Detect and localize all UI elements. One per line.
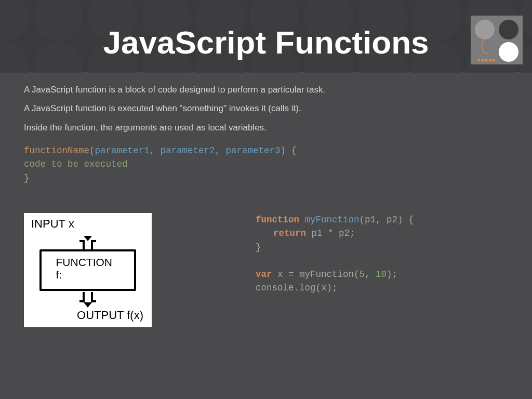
syntax-fn-name: functionName xyxy=(24,145,89,156)
syntax-template: functionName(parameter1, parameter2, par… xyxy=(24,144,516,185)
svg-point-5 xyxy=(482,59,484,62)
logo-icon xyxy=(471,16,523,64)
syntax-params: parameter1, parameter2, parameter3 xyxy=(95,145,281,156)
code-l4-mid: x = myFunction( xyxy=(272,269,360,280)
svg-point-4 xyxy=(478,59,481,62)
function-diagram: INPUT x FUNCTION f: OUTPUT f(x) xyxy=(24,213,152,327)
code-l1-rest: (p1, p2) { xyxy=(360,215,414,225)
paragraph-3: Inside the function, the arguments are u… xyxy=(24,121,516,135)
code-kw-function: function xyxy=(256,215,299,225)
svg-point-8 xyxy=(493,59,495,62)
code-example: function myFunction(p1, p2) { return p1 … xyxy=(256,213,414,295)
diagram-output-label: OUTPUT f(x) xyxy=(77,309,143,322)
code-l4-sep: , xyxy=(365,269,376,280)
content-area: A JavaScript function is a block of code… xyxy=(24,83,516,185)
syntax-body: code to be executed xyxy=(24,157,516,171)
code-l3: } xyxy=(256,242,261,252)
code-l2-rest: p1 * p2; xyxy=(306,228,355,238)
syntax-open-paren: ( xyxy=(89,145,95,156)
code-num-10: 10 xyxy=(376,269,387,280)
code-num-5: 5 xyxy=(360,269,365,280)
diagram-function-label: FUNCTION f: xyxy=(56,256,120,281)
code-kw-return: return xyxy=(273,228,306,238)
diagram-input-label: INPUT x xyxy=(31,217,74,231)
svg-point-6 xyxy=(485,59,488,62)
svg-point-7 xyxy=(489,59,491,62)
code-kw-var: var xyxy=(256,269,272,280)
code-console-log: console.log(x); xyxy=(256,283,338,293)
paragraph-1: A JavaScript function is a block of code… xyxy=(24,83,516,97)
code-l4-end: ); xyxy=(387,269,397,280)
svg-point-1 xyxy=(475,20,495,39)
syntax-close-paren-brace: ) { xyxy=(281,145,297,156)
page-title: JavaScript Functions xyxy=(0,24,532,61)
svg-point-2 xyxy=(499,20,518,39)
svg-point-3 xyxy=(499,42,518,62)
paragraph-2: A JavaScript function is executed when "… xyxy=(24,102,516,115)
code-fn-name: myFunction xyxy=(299,215,360,225)
syntax-end-brace: } xyxy=(24,171,516,185)
